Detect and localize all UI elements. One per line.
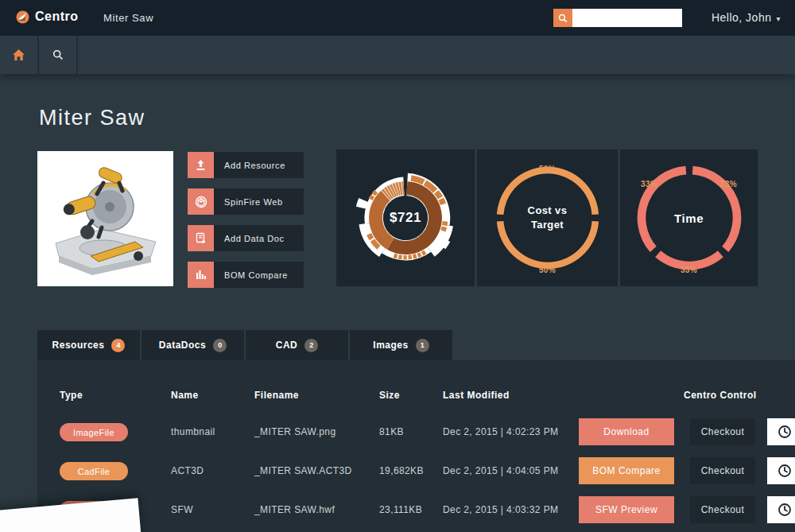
page-title: Miter Saw [39, 106, 145, 130]
user-menu[interactable]: Hello, John▾ [712, 11, 781, 24]
miter-saw-product-image [46, 159, 165, 278]
cube-icon [188, 188, 214, 215]
tab-label: Resources [52, 340, 105, 351]
action-button-group: Add Resource SpinFire Web Add Data Doc B… [188, 152, 304, 298]
column-header-centro-control: Centro Control [684, 390, 757, 401]
percent-label: 33% [681, 266, 697, 274]
tab-images[interactable]: Images 1 [350, 330, 452, 360]
tab-resources[interactable]: Resources 4 [37, 330, 140, 360]
filename-cell: _MITER SAW.hwf [254, 504, 335, 515]
search-submit-button[interactable] [553, 9, 572, 27]
chevron-down-icon: ▾ [776, 14, 781, 23]
table-row: File SFW _MITER SAW.hwf 23,111KB Dec 2, … [37, 496, 795, 523]
column-header-filename: Filename [254, 390, 299, 401]
filename-cell: _MITER SAW.png [254, 426, 336, 437]
search-input[interactable] [572, 9, 682, 27]
topbar-page-title: Miter Saw [103, 12, 153, 24]
bom-compare-button[interactable]: BOM Compare [188, 262, 304, 288]
size-cell: 19,682KB [379, 465, 424, 476]
sunburst-center-value: $721 [390, 210, 421, 226]
column-header-size: Size [379, 390, 400, 401]
app-window: Centro Miter Saw Hello, John▾ [0, 0, 795, 532]
history-button[interactable] [767, 457, 795, 484]
history-clock-icon [778, 503, 792, 517]
user-greeting: Hello, John [712, 11, 772, 24]
donut-center-label: Time [674, 212, 704, 225]
upload-icon [188, 152, 214, 178]
nav-search-button[interactable] [39, 36, 76, 74]
logo-text: Centro [35, 10, 79, 24]
name-cell: SFW [171, 504, 193, 515]
type-badge: ImageFile [60, 423, 128, 441]
tab-label: CAD [276, 340, 298, 351]
tab-datadocs[interactable]: DataDocs 0 [142, 330, 244, 360]
filename-cell: _MITER SAW.ACT3D [254, 465, 352, 476]
tab-count-badge: 2 [304, 339, 318, 352]
nav-divider [76, 36, 78, 74]
tab-count-badge: 1 [416, 339, 429, 352]
spinfire-web-button[interactable]: SpinFire Web [188, 188, 304, 215]
column-header-name: Name [171, 390, 199, 401]
download-button[interactable]: Download [579, 418, 674, 445]
cost-sunburst-card: $721 [336, 150, 475, 286]
size-cell: 81KB [379, 426, 404, 437]
table-row: ImageFile thumbnail _MITER SAW.png 81KB … [37, 418, 795, 445]
add-resource-button[interactable]: Add Resource [188, 152, 304, 178]
action-label: Add Data Doc [214, 225, 304, 251]
centro-logo[interactable]: Centro [16, 10, 79, 24]
tab-cad[interactable]: CAD 2 [246, 330, 348, 360]
history-button[interactable] [767, 496, 795, 523]
donut-center-label: Cost vs Target [523, 204, 572, 231]
percent-label: 33% [720, 180, 737, 188]
nav-strip [0, 36, 795, 74]
cost-vs-target-card: Cost vs Target 50% 50% [477, 150, 618, 286]
size-cell: 23,111KB [379, 504, 422, 515]
percent-label: 50% [539, 266, 556, 274]
name-cell: ACT3D [171, 465, 204, 476]
history-clock-icon [778, 425, 792, 439]
time-donut-card: Time 33% 33% 33% [620, 150, 758, 286]
tab-count-badge: 4 [111, 339, 125, 352]
tab-bar: Resources 4 DataDocs 0 CAD 2 Images 1 [37, 330, 452, 360]
tab-label: DataDocs [159, 340, 206, 351]
add-data-doc-button[interactable]: Add Data Doc [188, 225, 304, 251]
action-label: BOM Compare [214, 262, 304, 288]
topbar: Centro Miter Saw Hello, John▾ [0, 0, 795, 36]
doc-plus-icon [188, 225, 214, 251]
name-cell: thumbnail [171, 426, 215, 437]
centro-logo-icon [16, 10, 29, 24]
home-icon [12, 49, 25, 61]
column-header-type: Type [60, 390, 83, 401]
tab-label: Images [373, 340, 408, 351]
type-badge: CadFile [60, 462, 128, 480]
modified-cell: Dec 2, 2015 | 4:03:32 PM [443, 504, 558, 515]
checkout-button[interactable]: Checkout [690, 418, 755, 445]
modified-cell: Dec 2, 2015 | 4:02:23 PM [443, 426, 558, 437]
column-header-last-modified: Last Modified [443, 390, 510, 401]
search-icon [52, 49, 64, 60]
history-button[interactable] [767, 418, 795, 445]
bom-compare-row-button[interactable]: BOM Compare [579, 457, 674, 484]
tab-count-badge: 0 [213, 339, 227, 352]
bar-chart-icon [188, 262, 214, 288]
percent-label: 33% [641, 180, 657, 188]
checkout-button[interactable]: Checkout [690, 457, 755, 484]
search-icon [558, 14, 568, 23]
sfw-preview-button[interactable]: SFW Preview [579, 496, 674, 523]
resources-table: Type Name Filename Size Last Modified Ce… [37, 360, 795, 532]
checkout-button[interactable]: Checkout [690, 496, 755, 523]
product-image-card [37, 151, 173, 286]
action-label: SpinFire Web [214, 188, 304, 215]
nav-home-button[interactable] [0, 36, 37, 74]
modified-cell: Dec 2, 2015 | 4:04:05 PM [443, 465, 558, 476]
table-row: CadFile ACT3D _MITER SAW.ACT3D 19,682KB … [37, 457, 795, 484]
percent-label: 50% [539, 165, 556, 173]
action-label: Add Resource [214, 152, 304, 178]
page-corner-artifact [0, 498, 143, 532]
history-clock-icon [778, 464, 792, 478]
global-search [553, 9, 682, 27]
